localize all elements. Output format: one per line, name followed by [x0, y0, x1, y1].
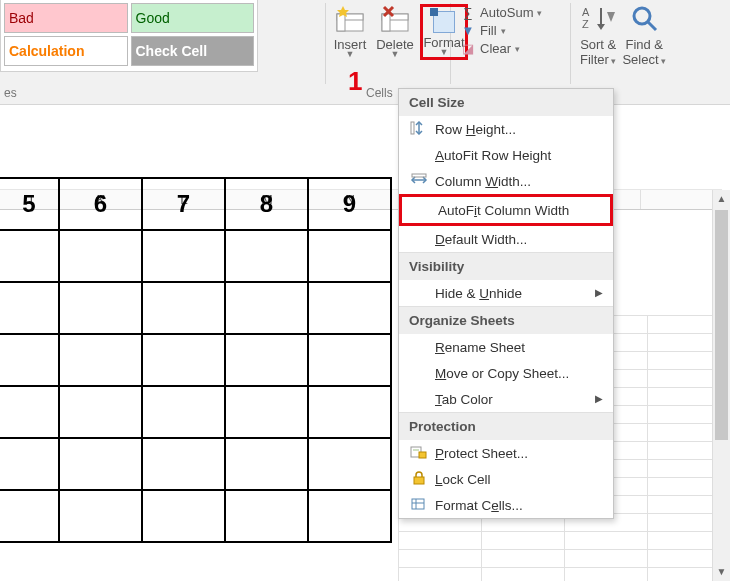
- column-width-icon: [409, 173, 429, 189]
- style-bad[interactable]: Bad: [4, 3, 128, 33]
- autosum-button[interactable]: ∑ AutoSum ▾: [460, 5, 570, 20]
- protect-sheet-icon: [409, 445, 429, 461]
- cell[interactable]: [308, 334, 391, 386]
- blank-icon: [409, 365, 429, 381]
- menu-item-protect-sheet[interactable]: Protect Sheet...: [399, 440, 613, 466]
- insert-button[interactable]: Insert ▼: [330, 4, 370, 58]
- blank-icon: [409, 285, 429, 301]
- row-height-icon: [409, 121, 429, 137]
- scroll-thumb[interactable]: [715, 210, 728, 440]
- menu-item-hide-unhide[interactable]: Hide & Unhide ▶: [399, 280, 613, 306]
- cell[interactable]: [0, 230, 59, 282]
- cell[interactable]: [59, 490, 142, 542]
- menu-label: Row Height...: [435, 122, 516, 137]
- menu-item-autofit-row-height[interactable]: AutoFit Row Height: [399, 142, 613, 168]
- cell[interactable]: [225, 230, 308, 282]
- menu-label: Hide & Unhide: [435, 286, 522, 301]
- fill-label: Fill: [480, 23, 497, 38]
- caret-icon: ▾: [537, 8, 542, 18]
- cells-group-label: Cells: [366, 86, 393, 100]
- cell[interactable]: [142, 438, 225, 490]
- cell[interactable]: 6: [59, 178, 142, 230]
- cell[interactable]: [0, 386, 59, 438]
- find-icon: [627, 4, 661, 32]
- cell[interactable]: 9: [308, 178, 391, 230]
- menu-item-autofit-column-width[interactable]: AutoFit Column Width: [399, 194, 613, 226]
- cell[interactable]: 7: [142, 178, 225, 230]
- cell[interactable]: [59, 386, 142, 438]
- blank-icon: [409, 339, 429, 355]
- blank-icon: [412, 202, 432, 218]
- menu-item-default-width[interactable]: Default Width...: [399, 226, 613, 252]
- delete-button[interactable]: Delete ▼: [374, 4, 416, 58]
- cell[interactable]: [0, 282, 59, 334]
- menu-item-tab-color[interactable]: Tab Color ▶: [399, 386, 613, 412]
- svg-text:A: A: [582, 6, 590, 18]
- menu-header-protection: Protection: [399, 412, 613, 440]
- style-check-cell[interactable]: Check Cell: [131, 36, 255, 66]
- cell[interactable]: [142, 334, 225, 386]
- cell[interactable]: [225, 490, 308, 542]
- cell[interactable]: [59, 438, 142, 490]
- svg-rect-19: [412, 174, 426, 177]
- cell[interactable]: [0, 334, 59, 386]
- clear-button[interactable]: ◪ Clear ▾: [460, 41, 570, 56]
- blank-icon: [409, 147, 429, 163]
- svg-rect-21: [413, 449, 419, 451]
- sort-line2: Filter: [580, 52, 609, 67]
- cell[interactable]: [142, 282, 225, 334]
- cell[interactable]: [0, 438, 59, 490]
- cell-styles-gallery[interactable]: Bad Good Calculation Check Cell: [0, 0, 258, 72]
- scroll-up-icon[interactable]: ▲: [713, 190, 730, 208]
- cell[interactable]: [0, 490, 59, 542]
- menu-item-lock-cell[interactable]: Lock Cell: [399, 466, 613, 492]
- find-line2: Select: [622, 52, 658, 67]
- vertical-scrollbar[interactable]: ▲ ▼: [712, 190, 730, 581]
- cell[interactable]: [142, 490, 225, 542]
- menu-header-visibility: Visibility: [399, 252, 613, 280]
- scroll-down-icon[interactable]: ▼: [713, 563, 730, 581]
- cell[interactable]: [59, 282, 142, 334]
- menu-item-rename-sheet[interactable]: Rename Sheet: [399, 334, 613, 360]
- cell[interactable]: [142, 386, 225, 438]
- menu-label: AutoFit Row Height: [435, 148, 551, 163]
- cell[interactable]: 5: [0, 178, 59, 230]
- cell[interactable]: [308, 386, 391, 438]
- cell[interactable]: [225, 386, 308, 438]
- cell[interactable]: [308, 490, 391, 542]
- cell[interactable]: 8: [225, 178, 308, 230]
- delete-icon: [381, 4, 409, 32]
- svg-rect-6: [382, 14, 390, 31]
- cell[interactable]: [59, 334, 142, 386]
- fill-button[interactable]: ▼ Fill ▾: [460, 23, 570, 38]
- find-select-button[interactable]: Find & Select ▾: [622, 4, 666, 67]
- menu-item-move-copy-sheet[interactable]: Move or Copy Sheet...: [399, 360, 613, 386]
- menu-label: Move or Copy Sheet...: [435, 366, 569, 381]
- svg-text:Z: Z: [582, 18, 589, 30]
- cell[interactable]: [225, 282, 308, 334]
- menu-label: Protect Sheet...: [435, 446, 528, 461]
- cell[interactable]: [308, 230, 391, 282]
- style-calculation[interactable]: Calculation: [4, 36, 128, 66]
- cell[interactable]: [308, 438, 391, 490]
- sort-line1: Sort &: [580, 37, 616, 52]
- menu-item-column-width[interactable]: Column Width...: [399, 168, 613, 194]
- data-table[interactable]: 5 6 7 8 9: [0, 177, 392, 543]
- cell[interactable]: [142, 230, 225, 282]
- menu-item-row-height[interactable]: Row Height...: [399, 116, 613, 142]
- cell[interactable]: [225, 438, 308, 490]
- format-icon: [433, 11, 455, 33]
- annotation-1: 1: [348, 66, 362, 97]
- eraser-icon: ◪: [460, 41, 476, 56]
- style-good[interactable]: Good: [131, 3, 255, 33]
- menu-label: Rename Sheet: [435, 340, 525, 355]
- cell[interactable]: [308, 282, 391, 334]
- menu-item-format-cells[interactable]: Format Cells...: [399, 492, 613, 518]
- caret-icon: ▾: [659, 56, 667, 66]
- styles-group-label: es: [4, 86, 17, 100]
- cell[interactable]: [225, 334, 308, 386]
- sort-filter-button[interactable]: A Z Sort & Filter ▾: [580, 4, 616, 67]
- svg-rect-2: [337, 14, 345, 31]
- menu-label: Tab Color: [435, 392, 493, 407]
- cell[interactable]: [59, 230, 142, 282]
